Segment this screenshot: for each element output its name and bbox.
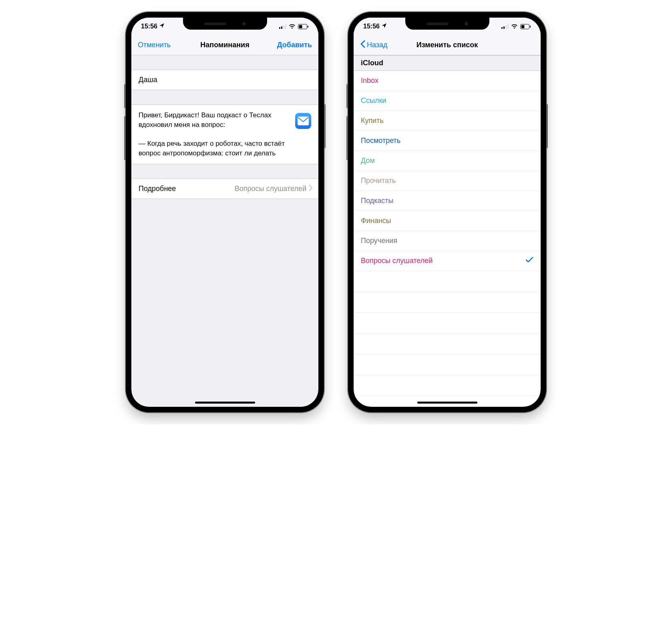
notch <box>405 18 489 30</box>
mail-app-icon[interactable] <box>295 113 311 129</box>
svg-rect-0 <box>279 27 280 29</box>
empty-row <box>354 375 541 396</box>
note-cell[interactable]: Привет, Бирдикаст! Ваш подкаст о Теслах … <box>131 105 318 164</box>
list-item[interactable]: Посмотреть <box>354 131 541 151</box>
note-text: Привет, Бирдикаст! Ваш подкаст о Теслах … <box>139 111 289 158</box>
list-item[interactable]: Купить <box>354 111 541 131</box>
list-item[interactable]: Inbox <box>354 71 541 91</box>
svg-rect-10 <box>505 25 507 29</box>
home-indicator[interactable] <box>195 402 255 404</box>
section-header-icloud: iCloud <box>354 55 541 71</box>
battery-icon <box>520 24 531 29</box>
svg-rect-7 <box>298 117 309 125</box>
list-item-label: Посмотреть <box>361 137 400 145</box>
cellular-icon <box>279 24 286 29</box>
navigation-bar: Отменить Напоминания Добавить <box>131 35 318 55</box>
empty-row <box>354 354 541 375</box>
status-time: 15:56 <box>363 23 380 30</box>
svg-rect-1 <box>281 26 282 29</box>
empty-row <box>354 313 541 334</box>
battery-icon <box>298 24 309 29</box>
list-item-label: Дом <box>361 157 375 165</box>
list-item[interactable]: Прочитать <box>354 171 541 191</box>
cancel-button[interactable]: Отменить <box>138 41 171 49</box>
list-item[interactable]: Подкасты <box>354 191 541 211</box>
checkmark-icon <box>525 257 533 265</box>
iphone-mock-left: 15:56 Отменить Напоминан <box>126 12 324 412</box>
chevron-right-icon <box>309 185 313 193</box>
list-item-label: Купить <box>361 117 384 125</box>
svg-rect-5 <box>299 25 302 28</box>
notch <box>183 18 267 30</box>
list-item[interactable]: Поручения <box>354 231 541 251</box>
list-item-label: Ссылки <box>361 96 386 105</box>
empty-row <box>354 292 541 313</box>
list-container: InboxСсылкиКупитьПосмотретьДомПрочитатьП… <box>354 71 541 271</box>
svg-rect-6 <box>308 26 308 28</box>
list-item-label: Прочитать <box>361 177 396 185</box>
svg-rect-13 <box>521 25 525 28</box>
iphone-mock-right: 15:56 На <box>348 12 546 412</box>
svg-rect-8 <box>501 27 503 29</box>
list-item-label: Поручения <box>361 237 397 245</box>
add-button[interactable]: Добавить <box>277 41 312 49</box>
navigation-bar: Назад Изменить список <box>354 35 541 55</box>
back-button[interactable]: Назад <box>360 40 388 50</box>
list-item-label: Вопросы слушателей <box>361 257 433 265</box>
location-icon <box>381 23 387 30</box>
svg-rect-3 <box>285 24 286 29</box>
list-item[interactable]: Дом <box>354 151 541 171</box>
list-item[interactable]: Вопросы слушателей <box>354 251 541 271</box>
svg-rect-2 <box>283 25 284 29</box>
list-item[interactable]: Ссылки <box>354 91 541 111</box>
svg-rect-11 <box>507 24 509 29</box>
list-item-label: Inbox <box>361 76 378 85</box>
empty-row <box>354 271 541 292</box>
location-icon <box>159 23 165 30</box>
empty-row <box>354 334 541 354</box>
list-item-label: Подкасты <box>361 197 394 205</box>
details-label: Подробнее <box>139 185 176 193</box>
details-list-value: Вопросы слушателей <box>176 185 306 193</box>
chevron-left-icon <box>360 40 366 50</box>
wifi-icon <box>289 24 296 29</box>
title-field[interactable]: Даша <box>131 70 318 90</box>
svg-rect-9 <box>503 26 505 29</box>
cellular-icon <box>501 24 509 29</box>
home-indicator[interactable] <box>417 402 477 404</box>
svg-rect-14 <box>530 26 531 28</box>
status-time: 15:56 <box>141 23 157 30</box>
list-item-label: Финансы <box>361 217 391 225</box>
wifi-icon <box>511 24 518 29</box>
list-item[interactable]: Финансы <box>354 211 541 231</box>
details-row[interactable]: Подробнее Вопросы слушателей <box>131 179 318 199</box>
